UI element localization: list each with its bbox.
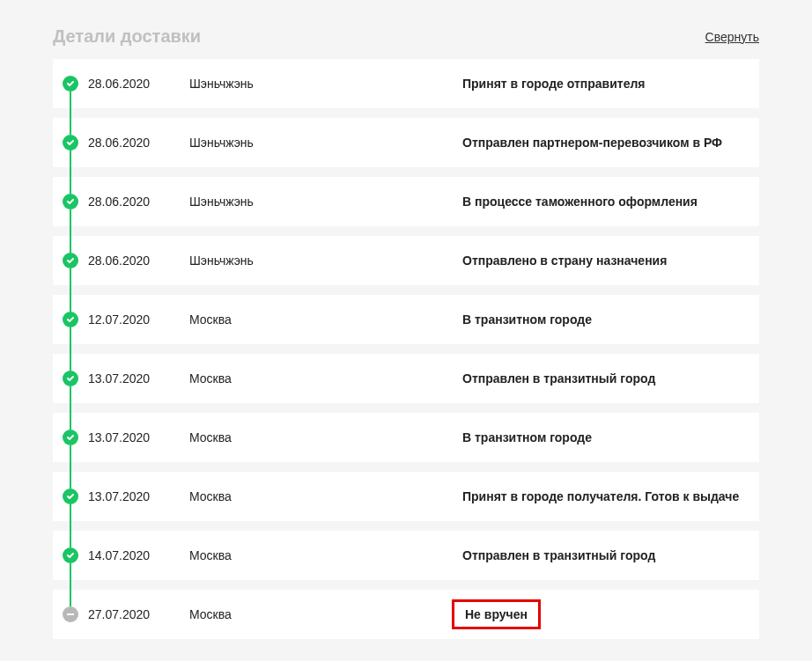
check-icon (63, 253, 78, 268)
timeline-status: Отправлено в страну назначения (462, 253, 759, 268)
timeline-date: 12.07.2020 (88, 312, 189, 327)
highlight-annotation: Не вручен (452, 599, 541, 629)
timeline-row: 13.07.2020МоскваОтправлен в транзитный г… (53, 354, 759, 403)
timeline-date: 27.07.2020 (88, 607, 189, 621)
marker-cell (53, 488, 88, 504)
marker-cell (53, 253, 88, 268)
timeline-connector (70, 151, 71, 194)
marker-cell (53, 135, 88, 151)
marker-cell (53, 371, 88, 386)
timeline-date: 13.07.2020 (88, 430, 189, 444)
timeline-date: 28.06.2020 (88, 253, 189, 268)
marker-cell (53, 76, 88, 92)
marker-cell (53, 194, 88, 209)
timeline-city: Москва (189, 607, 462, 621)
timeline-connector (70, 504, 71, 547)
timeline-status: Отправлен в транзитный город (462, 548, 759, 562)
timeline-row: 28.06.2020ШэньчжэньОтправлено в страну н… (53, 236, 759, 285)
timeline-date: 14.07.2020 (88, 548, 189, 562)
timeline-row: 14.07.2020МоскваОтправлен в транзитный г… (53, 531, 759, 580)
check-icon (63, 371, 78, 386)
timeline-connector (70, 327, 71, 371)
timeline-connector (70, 563, 71, 606)
timeline-city: Шэньчжэнь (189, 253, 462, 268)
timeline-date: 13.07.2020 (88, 489, 189, 503)
timeline-connector (70, 209, 71, 253)
timeline-status: Отправлен партнером-перевозчиком в РФ (462, 136, 759, 150)
timeline-connector (70, 92, 71, 135)
timeline-row: 28.06.2020ШэньчжэньПринят в городе отпра… (53, 59, 759, 108)
details-header: Детали доставки Свернуть (53, 26, 759, 47)
check-icon (63, 547, 78, 563)
check-icon (63, 76, 78, 92)
timeline-status: В транзитном городе (462, 430, 759, 444)
delivery-timeline: 28.06.2020ШэньчжэньПринят в городе отпра… (53, 59, 759, 639)
timeline-row: 28.06.2020ШэньчжэньВ процессе таможенног… (53, 177, 759, 226)
timeline-status: В процессе таможенного оформления (462, 195, 759, 209)
timeline-row: 28.06.2020ШэньчжэньОтправлен партнером-п… (53, 118, 759, 167)
marker-cell (53, 547, 88, 563)
timeline-status: Принят в городе отправителя (462, 77, 759, 91)
timeline-status: Отправлен в транзитный город (462, 371, 759, 386)
timeline-city: Шэньчжэнь (189, 77, 462, 91)
check-icon (63, 194, 78, 209)
timeline-city: Шэньчжэнь (189, 195, 462, 209)
timeline-connector (70, 386, 71, 430)
timeline-date: 13.07.2020 (88, 371, 189, 386)
timeline-city: Шэньчжэнь (189, 136, 462, 150)
timeline-status: Не вручен (462, 599, 759, 629)
check-icon (63, 312, 78, 327)
collapse-link[interactable]: Свернуть (705, 30, 759, 44)
timeline-row: 13.07.2020МоскваПринят в городе получате… (53, 472, 759, 521)
check-icon (63, 488, 78, 504)
timeline-connector (70, 268, 71, 312)
timeline-status: Принят в городе получателя. Готов к выда… (462, 489, 759, 503)
timeline-city: Москва (189, 548, 462, 562)
timeline-connector (70, 445, 71, 488)
check-icon (63, 430, 78, 445)
timeline-city: Москва (189, 312, 462, 327)
marker-cell (53, 606, 88, 622)
timeline-date: 28.06.2020 (88, 136, 189, 150)
marker-cell (53, 430, 88, 445)
timeline-city: Москва (189, 371, 462, 386)
check-icon (63, 135, 78, 151)
marker-cell (53, 312, 88, 327)
timeline-status: В транзитном городе (462, 312, 759, 327)
timeline-row: 12.07.2020МоскваВ транзитном городе (53, 295, 759, 344)
timeline-row: 13.07.2020МоскваВ транзитном городе (53, 413, 759, 462)
timeline-city: Москва (189, 430, 462, 444)
timeline-date: 28.06.2020 (88, 195, 189, 209)
pending-icon (63, 606, 78, 622)
page-title: Детали доставки (53, 26, 201, 47)
timeline-city: Москва (189, 489, 462, 503)
timeline-row: 27.07.2020МоскваНе вручен (53, 590, 759, 639)
timeline-date: 28.06.2020 (88, 77, 189, 91)
